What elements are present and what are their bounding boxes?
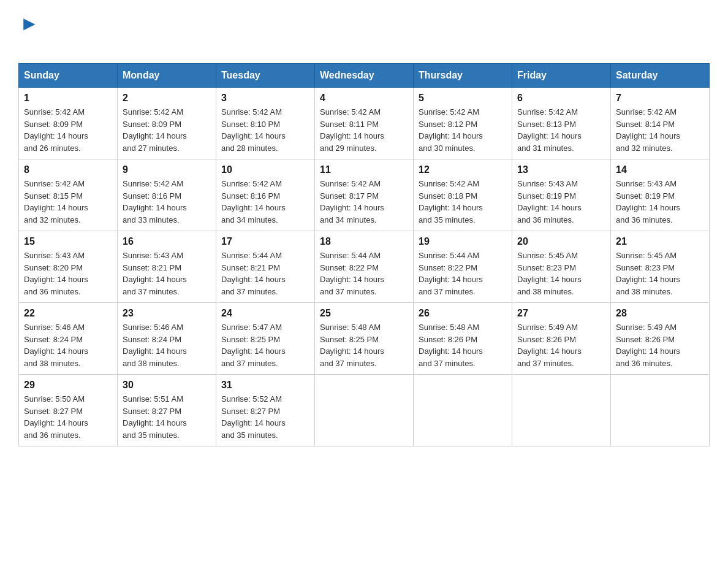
calendar-week-row: 1Sunrise: 5:42 AMSunset: 8:09 PMDaylight… <box>19 88 710 159</box>
day-number: 25 <box>320 308 408 319</box>
calendar-header-sunday: Sunday <box>19 64 118 88</box>
calendar-day-cell: 24Sunrise: 5:47 AMSunset: 8:25 PMDayligh… <box>216 303 315 375</box>
calendar-day-cell: 10Sunrise: 5:42 AMSunset: 8:16 PMDayligh… <box>216 159 315 231</box>
day-info: Sunrise: 5:45 AMSunset: 8:23 PMDaylight:… <box>616 250 704 297</box>
day-number: 19 <box>419 236 507 247</box>
calendar-table: SundayMondayTuesdayWednesdayThursdayFrid… <box>18 63 710 446</box>
day-number: 16 <box>123 236 211 247</box>
day-number: 12 <box>419 164 507 175</box>
day-number: 28 <box>616 308 704 319</box>
day-info: Sunrise: 5:42 AMSunset: 8:13 PMDaylight:… <box>517 106 605 154</box>
day-info: Sunrise: 5:42 AMSunset: 8:17 PMDaylight:… <box>320 178 408 226</box>
calendar-day-cell: 12Sunrise: 5:42 AMSunset: 8:18 PMDayligh… <box>414 159 512 231</box>
day-info: Sunrise: 5:52 AMSunset: 8:27 PMDaylight:… <box>221 393 309 441</box>
day-info: Sunrise: 5:48 AMSunset: 8:25 PMDaylight:… <box>320 321 408 369</box>
calendar-day-cell: 19Sunrise: 5:44 AMSunset: 8:22 PMDayligh… <box>414 231 512 303</box>
calendar-day-cell: 9Sunrise: 5:42 AMSunset: 8:16 PMDaylight… <box>118 159 216 231</box>
day-number: 5 <box>419 93 507 104</box>
calendar-day-cell <box>512 375 611 446</box>
day-info: Sunrise: 5:42 AMSunset: 8:15 PMDaylight:… <box>24 178 112 226</box>
calendar-header-row: SundayMondayTuesdayWednesdayThursdayFrid… <box>19 64 710 88</box>
calendar-day-cell: 13Sunrise: 5:43 AMSunset: 8:19 PMDayligh… <box>512 159 611 231</box>
calendar-day-cell: 8Sunrise: 5:42 AMSunset: 8:15 PMDaylight… <box>19 159 118 231</box>
calendar-header-friday: Friday <box>512 64 611 88</box>
header: ► <box>18 12 710 51</box>
day-info: Sunrise: 5:42 AMSunset: 8:14 PMDaylight:… <box>616 106 704 154</box>
day-number: 23 <box>123 308 211 319</box>
day-info: Sunrise: 5:42 AMSunset: 8:18 PMDaylight:… <box>419 178 507 226</box>
calendar-day-cell: 6Sunrise: 5:42 AMSunset: 8:13 PMDaylight… <box>512 88 611 159</box>
calendar-day-cell <box>414 375 512 446</box>
day-number: 24 <box>221 308 309 319</box>
calendar-day-cell: 28Sunrise: 5:49 AMSunset: 8:26 PMDayligh… <box>611 303 710 375</box>
day-number: 31 <box>221 380 309 391</box>
day-number: 18 <box>320 236 408 247</box>
day-info: Sunrise: 5:49 AMSunset: 8:26 PMDaylight:… <box>517 321 605 369</box>
day-info: Sunrise: 5:47 AMSunset: 8:25 PMDaylight:… <box>221 321 309 369</box>
calendar-header-wednesday: Wednesday <box>315 64 414 88</box>
calendar-day-cell: 27Sunrise: 5:49 AMSunset: 8:26 PMDayligh… <box>512 303 611 375</box>
calendar-week-row: 29Sunrise: 5:50 AMSunset: 8:27 PMDayligh… <box>19 375 710 446</box>
day-number: 22 <box>24 308 112 319</box>
calendar-day-cell: 11Sunrise: 5:42 AMSunset: 8:17 PMDayligh… <box>315 159 414 231</box>
calendar-day-cell: 26Sunrise: 5:48 AMSunset: 8:26 PMDayligh… <box>414 303 512 375</box>
calendar-day-cell: 20Sunrise: 5:45 AMSunset: 8:23 PMDayligh… <box>512 231 611 303</box>
calendar-day-cell <box>315 375 414 446</box>
day-info: Sunrise: 5:43 AMSunset: 8:19 PMDaylight:… <box>616 178 704 226</box>
logo: ► <box>18 12 39 51</box>
day-number: 1 <box>24 93 112 104</box>
day-info: Sunrise: 5:42 AMSunset: 8:10 PMDaylight:… <box>221 106 309 154</box>
day-info: Sunrise: 5:43 AMSunset: 8:21 PMDaylight:… <box>123 250 211 297</box>
calendar-day-cell: 15Sunrise: 5:43 AMSunset: 8:20 PMDayligh… <box>19 231 118 303</box>
calendar-day-cell: 2Sunrise: 5:42 AMSunset: 8:09 PMDaylight… <box>118 88 216 159</box>
day-number: 17 <box>221 236 309 247</box>
calendar-day-cell: 23Sunrise: 5:46 AMSunset: 8:24 PMDayligh… <box>118 303 216 375</box>
day-info: Sunrise: 5:45 AMSunset: 8:23 PMDaylight:… <box>517 250 605 297</box>
day-number: 11 <box>320 164 408 175</box>
day-number: 10 <box>221 164 309 175</box>
day-info: Sunrise: 5:46 AMSunset: 8:24 PMDaylight:… <box>24 321 112 369</box>
day-info: Sunrise: 5:43 AMSunset: 8:20 PMDaylight:… <box>24 250 112 297</box>
day-info: Sunrise: 5:44 AMSunset: 8:21 PMDaylight:… <box>221 250 309 297</box>
day-number: 15 <box>24 236 112 247</box>
day-number: 26 <box>419 308 507 319</box>
day-info: Sunrise: 5:42 AMSunset: 8:09 PMDaylight:… <box>123 106 211 154</box>
calendar-day-cell: 7Sunrise: 5:42 AMSunset: 8:14 PMDaylight… <box>611 88 710 159</box>
day-number: 9 <box>123 164 211 175</box>
day-number: 27 <box>517 308 605 319</box>
day-info: Sunrise: 5:49 AMSunset: 8:26 PMDaylight:… <box>616 321 704 369</box>
calendar-header-tuesday: Tuesday <box>216 64 315 88</box>
day-info: Sunrise: 5:44 AMSunset: 8:22 PMDaylight:… <box>320 250 408 297</box>
day-number: 8 <box>24 164 112 175</box>
day-number: 20 <box>517 236 605 247</box>
day-number: 30 <box>123 380 211 391</box>
calendar-day-cell: 5Sunrise: 5:42 AMSunset: 8:12 PMDaylight… <box>414 88 512 159</box>
calendar-day-cell: 22Sunrise: 5:46 AMSunset: 8:24 PMDayligh… <box>19 303 118 375</box>
day-info: Sunrise: 5:42 AMSunset: 8:16 PMDaylight:… <box>221 178 309 226</box>
day-info: Sunrise: 5:50 AMSunset: 8:27 PMDaylight:… <box>24 393 112 441</box>
day-info: Sunrise: 5:42 AMSunset: 8:09 PMDaylight:… <box>24 106 112 154</box>
calendar-week-row: 15Sunrise: 5:43 AMSunset: 8:20 PMDayligh… <box>19 231 710 303</box>
calendar-day-cell: 17Sunrise: 5:44 AMSunset: 8:21 PMDayligh… <box>216 231 315 303</box>
calendar-day-cell: 1Sunrise: 5:42 AMSunset: 8:09 PMDaylight… <box>19 88 118 159</box>
day-info: Sunrise: 5:43 AMSunset: 8:19 PMDaylight:… <box>517 178 605 226</box>
calendar-day-cell: 31Sunrise: 5:52 AMSunset: 8:27 PMDayligh… <box>216 375 315 446</box>
day-number: 3 <box>221 93 309 104</box>
day-number: 7 <box>616 93 704 104</box>
logo-arrow-icon: ► <box>20 12 39 35</box>
calendar-day-cell <box>611 375 710 446</box>
day-number: 29 <box>24 380 112 391</box>
calendar-day-cell: 21Sunrise: 5:45 AMSunset: 8:23 PMDayligh… <box>611 231 710 303</box>
calendar-day-cell: 25Sunrise: 5:48 AMSunset: 8:25 PMDayligh… <box>315 303 414 375</box>
calendar-day-cell: 30Sunrise: 5:51 AMSunset: 8:27 PMDayligh… <box>118 375 216 446</box>
calendar-day-cell: 3Sunrise: 5:42 AMSunset: 8:10 PMDaylight… <box>216 88 315 159</box>
calendar-week-row: 22Sunrise: 5:46 AMSunset: 8:24 PMDayligh… <box>19 303 710 375</box>
day-info: Sunrise: 5:42 AMSunset: 8:12 PMDaylight:… <box>419 106 507 154</box>
day-number: 6 <box>517 93 605 104</box>
calendar-header-monday: Monday <box>118 64 216 88</box>
calendar-week-row: 8Sunrise: 5:42 AMSunset: 8:15 PMDaylight… <box>19 159 710 231</box>
calendar-day-cell: 29Sunrise: 5:50 AMSunset: 8:27 PMDayligh… <box>19 375 118 446</box>
day-info: Sunrise: 5:42 AMSunset: 8:11 PMDaylight:… <box>320 106 408 154</box>
day-info: Sunrise: 5:48 AMSunset: 8:26 PMDaylight:… <box>419 321 507 369</box>
day-info: Sunrise: 5:46 AMSunset: 8:24 PMDaylight:… <box>123 321 211 369</box>
